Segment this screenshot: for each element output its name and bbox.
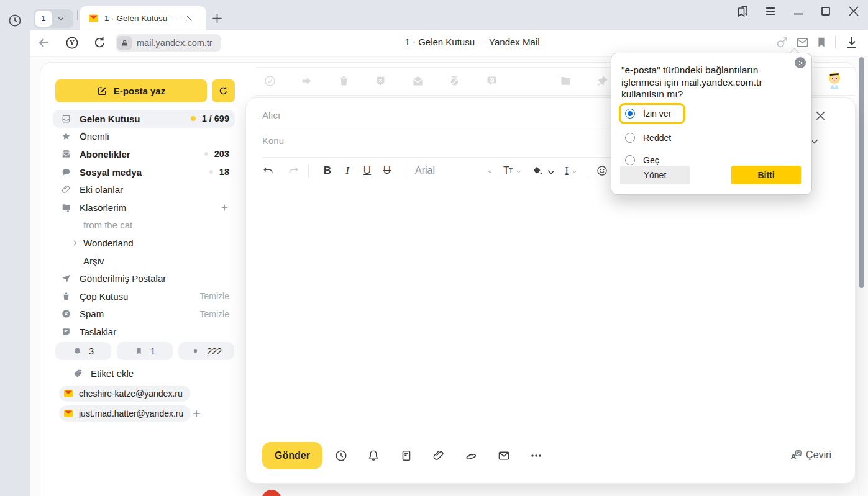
envelope-open-icon xyxy=(411,74,424,88)
folder-item-p-kutusu[interactable]: Çöp KutusuTemizle xyxy=(53,287,235,305)
clear-folder-link[interactable]: Temizle xyxy=(200,309,229,319)
folder-item-wonderland[interactable]: Wonderland xyxy=(53,234,235,252)
trash-icon xyxy=(61,291,71,302)
text-color-button[interactable]: I xyxy=(565,165,578,176)
maximize-icon[interactable] xyxy=(818,4,833,19)
manage-button[interactable]: Yönet xyxy=(620,166,690,184)
translate-label: Çeviri xyxy=(806,449,831,461)
redo-icon xyxy=(287,165,299,177)
folder-item-eki-olanlar[interactable]: Eki olanlar xyxy=(53,181,235,199)
history-icon[interactable] xyxy=(7,13,22,28)
folder-item-sosyal-medya[interactable]: Sosyal medya18 xyxy=(53,163,235,181)
url-text[interactable]: mail.yandex.com.tr xyxy=(137,38,212,48)
more-icon[interactable] xyxy=(529,449,543,462)
folder-icon xyxy=(559,74,572,88)
clear-folder-link[interactable]: Temizle xyxy=(200,291,229,301)
filter-badge-bell[interactable]: 3 xyxy=(55,342,111,360)
italic-button[interactable]: I xyxy=(337,165,357,177)
add-folder-icon[interactable] xyxy=(220,203,229,212)
folder-arrow-icon xyxy=(61,202,71,213)
to-field[interactable]: Alıcı xyxy=(262,110,280,120)
toolbar-separator xyxy=(587,164,587,178)
option-label: Geç xyxy=(643,155,659,165)
dialog-option-reddet[interactable]: Reddet xyxy=(619,129,685,147)
tab-group-count[interactable]: 1 xyxy=(35,11,52,27)
radio-selected-icon[interactable] xyxy=(625,109,635,119)
tab-close-icon[interactable] xyxy=(185,14,193,22)
template-icon[interactable] xyxy=(400,449,413,462)
folder-label: Klasörlerim xyxy=(80,202,126,213)
done-button[interactable]: Bitti xyxy=(731,166,801,184)
folder-item-g-nderilmi-postalar[interactable]: Gönderilmiş Postalar xyxy=(53,269,235,287)
tab-bar-divider xyxy=(77,10,78,20)
active-tab[interactable]: 1 · Gelen Kutusu — Yand xyxy=(80,6,206,30)
add-account-icon[interactable] xyxy=(191,408,202,419)
notify-bell-icon[interactable] xyxy=(367,449,380,462)
bookmark-flag-icon[interactable] xyxy=(815,35,828,49)
mail-extension-icon[interactable] xyxy=(795,35,810,50)
folder-item-abonelikler[interactable]: Abonelikler203 xyxy=(53,145,235,163)
new-tab-button[interactable] xyxy=(210,11,224,25)
muted-dot xyxy=(209,170,213,174)
folder-item-taslaklar[interactable]: Taslaklar xyxy=(53,323,235,341)
radio-icon[interactable] xyxy=(625,133,635,143)
strikethrough-button[interactable]: U xyxy=(377,165,397,177)
folder-label: Arşiv xyxy=(83,256,104,266)
redo-button[interactable] xyxy=(287,165,299,177)
close-compose-icon[interactable] xyxy=(814,109,827,122)
attach-icon[interactable] xyxy=(432,449,445,462)
folder-item-ar-iv[interactable]: Arşiv xyxy=(53,252,235,270)
chevron-right-icon[interactable] xyxy=(71,239,79,247)
spam-shield-icon xyxy=(374,74,387,88)
menu-icon[interactable] xyxy=(764,4,777,18)
bold-button[interactable]: B xyxy=(318,165,337,177)
schedule-clock-icon[interactable] xyxy=(334,449,348,462)
page-scrollbar[interactable] xyxy=(859,57,864,288)
yandex-disk-icon[interactable] xyxy=(464,449,478,462)
tab-group-button[interactable]: 1 xyxy=(34,9,73,28)
bookmarks-panel-icon[interactable] xyxy=(736,4,751,19)
folder-label: Eki olanlar xyxy=(80,184,123,195)
filter-badge-dot[interactable]: 222 xyxy=(178,342,234,360)
radio-icon[interactable] xyxy=(625,155,635,165)
folder-item-klas-rlerim[interactable]: Klasörlerim xyxy=(53,199,235,217)
subject-field[interactable]: Konu xyxy=(262,135,284,146)
dialog-close-button[interactable] xyxy=(795,57,806,68)
chevron-down-icon xyxy=(546,166,557,178)
minimize-icon[interactable] xyxy=(791,4,806,19)
font-family-select[interactable]: Arial xyxy=(415,165,493,176)
compose-email-button[interactable]: E-posta yaz xyxy=(55,79,207,102)
dialog-option-i-zin-ver[interactable]: İzin ver xyxy=(619,103,685,124)
bell-icon xyxy=(73,346,82,356)
account-pill[interactable]: just.mad.hatter@yandex.ru xyxy=(59,405,191,422)
close-window-icon[interactable] xyxy=(846,4,861,19)
font-name-value: Arial xyxy=(415,165,435,176)
url-field[interactable]: mail.yandex.com.tr xyxy=(116,34,221,52)
send-button[interactable]: Gönder xyxy=(262,442,322,469)
chevron-down-icon[interactable] xyxy=(52,14,70,23)
refresh-mail-button[interactable] xyxy=(212,79,235,102)
download-icon[interactable] xyxy=(844,35,859,50)
user-avatar[interactable] xyxy=(823,70,846,93)
attach-mail-icon[interactable] xyxy=(497,449,511,462)
reload-icon[interactable] xyxy=(93,35,107,50)
back-icon[interactable] xyxy=(37,35,52,50)
secure-lock-badge[interactable] xyxy=(117,36,132,50)
emoji-button[interactable] xyxy=(596,165,608,177)
share-icon[interactable] xyxy=(775,35,790,50)
highlight-color-button[interactable] xyxy=(532,165,557,178)
font-size-button[interactable]: TT xyxy=(503,165,522,176)
filter-badge-bookmark[interactable]: 1 xyxy=(117,342,173,360)
folder-item-from-the-cat[interactable]: from the cat xyxy=(53,217,235,235)
folder-item-spam[interactable]: SpamTemizle xyxy=(53,305,235,323)
account-pill[interactable]: cheshire-katze@yandex.ru xyxy=(59,386,190,402)
folder-item-gelen-kutusu[interactable]: Gelen Kutusu1 / 699 xyxy=(53,110,235,128)
undo-button[interactable] xyxy=(262,165,275,177)
folder-item-nemli[interactable]: Önemli xyxy=(53,128,235,146)
yandex-logo-icon[interactable]: Y xyxy=(65,35,80,50)
add-label-button[interactable]: Etiket ekle xyxy=(73,368,134,379)
translate-button[interactable]: A Çeviri xyxy=(790,449,831,461)
underline-button[interactable]: U xyxy=(357,165,377,177)
chevron-down-icon xyxy=(571,168,578,175)
account-email: cheshire-katze@yandex.ru xyxy=(79,389,183,399)
